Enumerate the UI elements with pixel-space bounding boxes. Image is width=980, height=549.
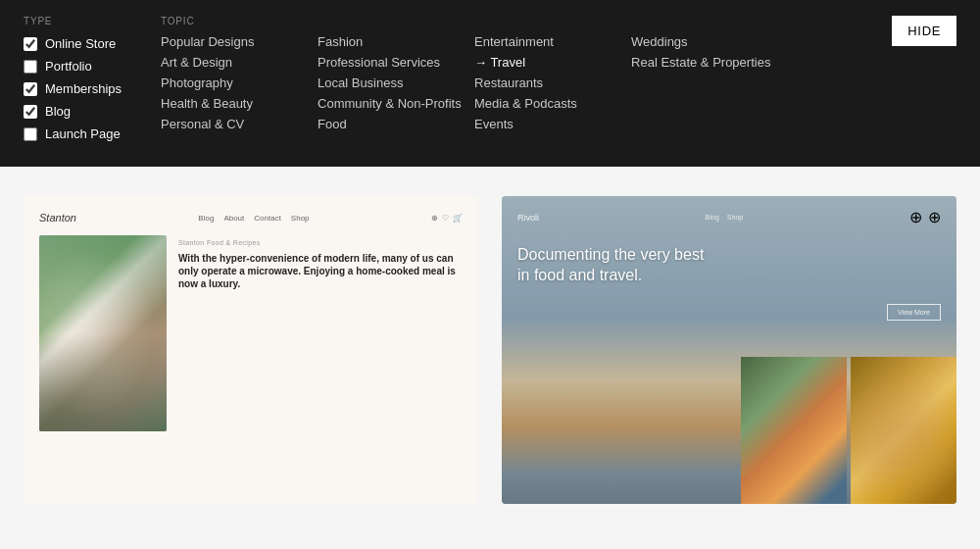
topic-photography[interactable]: Photography: [161, 75, 318, 90]
stanton-food-image: [39, 235, 167, 431]
topic-links: Popular Designs Art & Design Photography…: [161, 34, 788, 131]
stanton-headline: With the hyper-convenience of modern lif…: [178, 252, 463, 290]
stanton-text: Stanton Food & Recipes With the hyper-co…: [178, 235, 463, 488]
type-label: TYPE: [24, 16, 122, 26]
type-memberships-checkbox[interactable]: [24, 82, 37, 96]
topic-personal-cv[interactable]: Personal & CV: [161, 117, 318, 131]
type-online-store-label: Online Store: [45, 36, 116, 51]
topic-health-beauty[interactable]: Health & Beauty: [161, 96, 318, 111]
type-blog-label: Blog: [45, 104, 71, 119]
type-launch-page-label: Launch Page: [45, 126, 121, 141]
topic-community-nonprofits[interactable]: Community & Non-Profits: [318, 96, 474, 111]
main-content: Stanton Blog About Contact Shop ⊕ ♡ 🛒: [0, 167, 980, 549]
stanton-recipe-label: Stanton Food & Recipes: [178, 239, 463, 246]
topic-restaurants[interactable]: Restaurants: [474, 75, 631, 90]
type-online-store-checkbox[interactable]: [24, 37, 37, 51]
template-card-stanton[interactable]: Stanton Blog About Contact Shop ⊕ ♡ 🛒: [24, 196, 478, 504]
stanton-nav-icons: ⊕ ♡ 🛒: [431, 214, 463, 223]
rivoli-nav-right: ⊕ ⊕: [909, 208, 941, 226]
topic-travel[interactable]: → Travel: [474, 55, 631, 70]
topic-art-design[interactable]: Art & Design: [161, 55, 318, 70]
stanton-header: Stanton Blog About Contact Shop ⊕ ♡ 🛒: [39, 212, 463, 224]
topic-media-podcasts[interactable]: Media & Podcasts: [474, 96, 631, 111]
topic-weddings[interactable]: Weddings: [631, 34, 788, 49]
stanton-nav: Blog About Contact Shop: [198, 214, 309, 223]
type-memberships-label: Memberships: [45, 81, 122, 96]
rivoli-header: Rivoli Blog Shop ⊕ ⊕: [517, 208, 941, 226]
hide-button[interactable]: HIDE: [892, 16, 956, 46]
stanton-logo: Stanton: [39, 212, 76, 224]
topic-fashion[interactable]: Fashion: [318, 34, 474, 49]
topic-entertainment[interactable]: Entertainment: [474, 34, 631, 49]
type-portfolio-label: Portfolio: [45, 59, 92, 74]
stanton-preview: Stanton Blog About Contact Shop ⊕ ♡ 🛒: [24, 196, 478, 504]
stanton-body: Stanton Food & Recipes With the hyper-co…: [39, 235, 463, 488]
rivoli-landscape-image: [741, 357, 847, 504]
topic-label: TOPIC: [161, 16, 788, 26]
templates-grid: Stanton Blog About Contact Shop ⊕ ♡ 🛒: [24, 196, 956, 504]
type-blog[interactable]: Blog: [24, 104, 122, 119]
topic-professional-services[interactable]: Professional Services: [318, 55, 474, 70]
template-card-rivoli[interactable]: Rivoli Blog Shop ⊕ ⊕ Documenting the ver…: [502, 196, 956, 504]
type-portfolio-checkbox[interactable]: [24, 60, 37, 74]
filter-panel: TYPE Online Store Portfolio Memberships …: [0, 0, 980, 167]
type-launch-page[interactable]: Launch Page: [24, 126, 122, 141]
type-portfolio[interactable]: Portfolio: [24, 59, 122, 74]
rivoli-button[interactable]: View More: [887, 304, 941, 321]
rivoli-logo: Rivoli: [517, 213, 539, 223]
topic-food[interactable]: Food: [318, 117, 474, 131]
rivoli-images: [741, 357, 956, 504]
rivoli-headline: Documenting the very best in food and tr…: [517, 245, 713, 286]
rivoli-nav: Blog Shop: [706, 214, 743, 221]
topic-section: TOPIC Popular Designs Art & Design Photo…: [161, 16, 788, 131]
type-online-store[interactable]: Online Store: [24, 36, 122, 51]
type-launch-page-checkbox[interactable]: [24, 127, 37, 141]
type-memberships[interactable]: Memberships: [24, 81, 122, 96]
rivoli-preview: Rivoli Blog Shop ⊕ ⊕ Documenting the ver…: [502, 196, 956, 504]
topic-local-business[interactable]: Local Business: [318, 75, 474, 90]
topic-popular-designs[interactable]: Popular Designs: [161, 34, 318, 49]
topic-real-estate[interactable]: Real Estate & Properties: [631, 55, 788, 70]
rivoli-coffee-image: [851, 357, 956, 504]
type-blog-checkbox[interactable]: [24, 105, 37, 119]
type-section: TYPE Online Store Portfolio Memberships …: [24, 16, 122, 147]
topic-events[interactable]: Events: [474, 117, 631, 131]
